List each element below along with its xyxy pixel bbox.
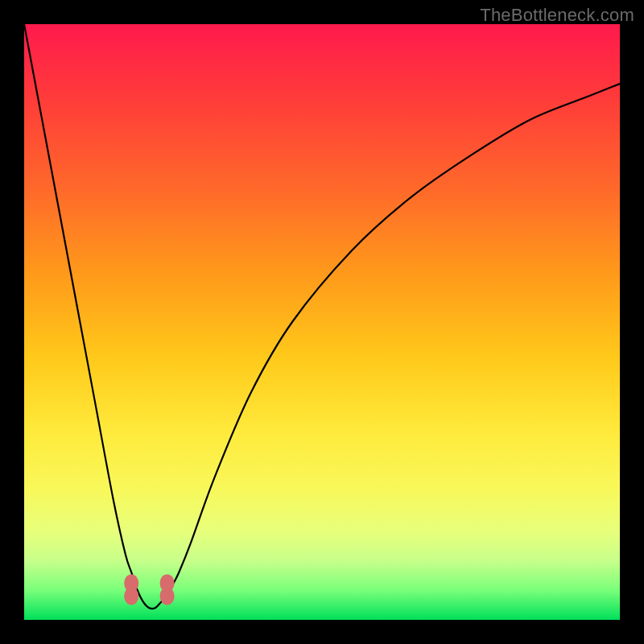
curve-svg — [24, 24, 620, 620]
valley-markers — [124, 574, 174, 605]
chart-frame: TheBottleneck.com — [0, 0, 644, 644]
watermark-text: TheBottleneck.com — [480, 5, 634, 26]
plot-area — [24, 24, 620, 620]
bottleneck-curve-path — [24, 24, 620, 609]
valley-marker-right-upper — [160, 574, 175, 592]
valley-marker-left-upper — [124, 574, 138, 592]
